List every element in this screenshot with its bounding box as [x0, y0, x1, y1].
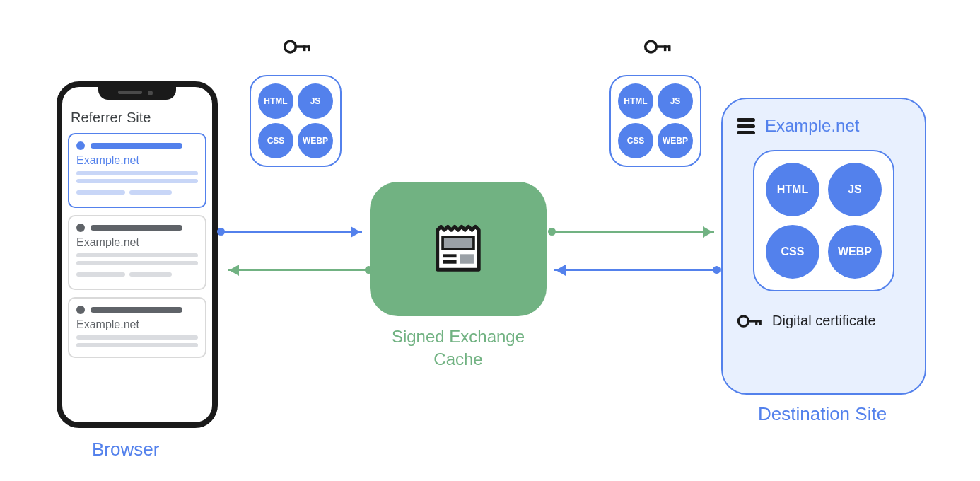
arrow-destination-to-cache [554, 269, 717, 271]
asset-badge-webp: WEBP [828, 225, 882, 279]
arrow-cache-to-browser [228, 269, 369, 271]
result-card: Example.net [68, 215, 206, 290]
asset-package-floating: HTML JS CSS WEBP [609, 75, 701, 167]
asset-badge-css: CSS [258, 123, 293, 158]
digital-certificate-label: Digital certificate [772, 313, 876, 329]
cache-label: Signed Exchange Cache [368, 325, 549, 371]
browser-phone: Referrer Site Example.net Example.net Ex… [57, 81, 218, 428]
card-accent-dot [76, 141, 85, 150]
destination-site: Example.net HTML JS CSS WEBP Digital cer… [721, 98, 926, 395]
asset-badge-html: HTML [618, 83, 653, 119]
result-card: Example.net [68, 297, 206, 358]
asset-badge-js: JS [298, 83, 333, 119]
card-site-name: Example.net [76, 318, 198, 331]
arrow-cache-to-destination [552, 231, 714, 233]
phone-notch [98, 84, 176, 100]
asset-badge-css: CSS [618, 123, 653, 158]
asset-badge-html: HTML [766, 163, 819, 216]
card-text-lines [76, 253, 198, 283]
referrer-site-title: Referrer Site [71, 110, 206, 126]
destination-site-label: Destination Site [758, 403, 887, 425]
card-accent-dot [76, 306, 85, 314]
key-icon [283, 38, 313, 55]
result-card-selected: Example.net [68, 133, 206, 208]
card-heading-bar [91, 307, 182, 313]
digital-certificate: Digital certificate [737, 313, 911, 329]
signed-exchange-cache [370, 182, 547, 316]
asset-badge-js: JS [828, 163, 882, 216]
hamburger-icon [737, 118, 755, 134]
arrow-browser-to-cache [221, 231, 362, 233]
asset-badge-html: HTML [258, 83, 293, 119]
browser-label: Browser [92, 439, 159, 460]
key-icon [737, 313, 764, 329]
card-heading-bar [91, 225, 182, 231]
asset-badge-css: CSS [766, 225, 819, 279]
destination-asset-package: HTML JS CSS WEBP [753, 150, 894, 291]
asset-badge-webp: WEBP [298, 123, 333, 158]
card-text-lines [76, 171, 198, 201]
asset-package-floating: HTML JS CSS WEBP [250, 75, 342, 167]
card-text-lines [76, 335, 198, 347]
card-heading-bar [91, 143, 182, 149]
newspaper-icon [431, 221, 486, 277]
key-icon [643, 38, 673, 55]
asset-badge-webp: WEBP [658, 123, 693, 158]
asset-badge-js: JS [658, 83, 693, 119]
card-site-name: Example.net [76, 236, 198, 249]
destination-title: Example.net [765, 116, 859, 136]
destination-header: Example.net [737, 116, 911, 136]
card-site-name: Example.net [76, 154, 198, 167]
card-accent-dot [76, 224, 85, 232]
